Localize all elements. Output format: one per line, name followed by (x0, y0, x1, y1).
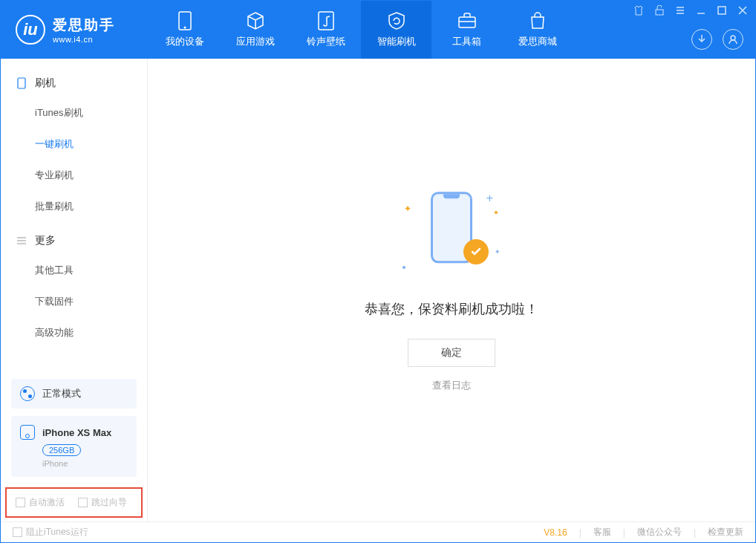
svg-rect-2 (319, 12, 333, 30)
success-illustration: ✦ ✦ + (407, 189, 496, 278)
cube-icon (246, 11, 265, 30)
tab-smart-flash[interactable]: 智能刷机 (361, 1, 431, 59)
sidebar-item-download-firmware[interactable]: 下载固件 (1, 286, 147, 317)
sidebar-item-batch-flash[interactable]: 批量刷机 (1, 191, 147, 222)
mode-label: 正常模式 (42, 387, 81, 400)
user-icon[interactable] (723, 29, 743, 50)
tab-toolbox[interactable]: 工具箱 (431, 1, 502, 59)
sidebar-group-flash: 刷机 iTunes刷机 一键刷机 专业刷机 批量刷机 (1, 69, 147, 222)
dot-icon (403, 266, 405, 269)
device-row: iPhone XS Max (20, 425, 128, 440)
device-box[interactable]: iPhone XS Max 256GB iPhone (11, 416, 137, 477)
footer-link-wechat[interactable]: 微信公众号 (637, 526, 682, 539)
divider: | (623, 527, 625, 538)
lock-icon[interactable] (654, 5, 665, 16)
checkbox-block-itunes[interactable]: 阻止iTunes运行 (13, 526, 88, 539)
logo-section: iu 爱思助手 www.i4.cn (1, 15, 149, 45)
mode-icon (20, 386, 35, 401)
sparkle-icon: ✦ (495, 248, 501, 256)
divider: | (694, 527, 696, 538)
sidebar: 刷机 iTunes刷机 一键刷机 专业刷机 批量刷机 更多 其他工具 下载固件 … (1, 59, 148, 522)
svg-rect-3 (459, 17, 475, 27)
sidebar-scroll: 刷机 iTunes刷机 一键刷机 专业刷机 批量刷机 更多 其他工具 下载固件 … (1, 59, 147, 379)
version-label: V8.16 (544, 527, 567, 538)
dot-icon (495, 211, 498, 214)
sidebar-item-pro-flash[interactable]: 专业刷机 (1, 160, 147, 191)
svg-point-6 (731, 36, 735, 40)
checkbox-label: 跳过向导 (91, 496, 127, 509)
refresh-shield-icon (387, 11, 406, 30)
logo-text: 爱思助手 www.i4.cn (53, 16, 115, 44)
shirt-icon[interactable] (633, 5, 644, 16)
group-header-more[interactable]: 更多 (1, 227, 147, 255)
group-label: 更多 (35, 234, 56, 247)
svg-rect-5 (718, 7, 726, 14)
tab-label: 铃声壁纸 (307, 35, 345, 48)
svg-rect-4 (656, 10, 663, 15)
device-storage-badge: 256GB (42, 444, 81, 456)
device-name: iPhone XS Max (42, 427, 111, 438)
maximize-icon[interactable] (717, 5, 727, 16)
menu-icon[interactable] (675, 5, 685, 16)
view-log-link[interactable]: 查看日志 (432, 379, 471, 392)
checkbox-skip-guide[interactable]: 跳过向导 (78, 496, 127, 509)
device-icon (175, 11, 195, 30)
device-panel: 正常模式 iPhone XS Max 256GB iPhone (1, 379, 147, 487)
app-title: 爱思助手 (53, 16, 115, 35)
checkbox-icon (78, 498, 88, 507)
footer-link-support[interactable]: 客服 (593, 526, 611, 539)
nav-tabs: 我的设备 应用游戏 铃声壁纸 智能刷机 工具箱 爱思商城 (149, 1, 573, 59)
success-message: 恭喜您，保资料刷机成功啦！ (365, 300, 538, 318)
divider: | (579, 527, 581, 538)
checkbox-icon (13, 527, 22, 537)
tab-label: 我的设备 (166, 35, 204, 48)
body: 刷机 iTunes刷机 一键刷机 专业刷机 批量刷机 更多 其他工具 下载固件 … (1, 59, 755, 522)
sidebar-item-other-tools[interactable]: 其他工具 (1, 255, 147, 286)
sidebar-group-more: 更多 其他工具 下载固件 高级功能 (1, 227, 147, 348)
tab-label: 爱思商城 (518, 35, 557, 48)
window-controls (633, 5, 748, 16)
footer-left: 阻止iTunes运行 (13, 526, 88, 539)
sparkle-icon: ✦ (404, 204, 411, 214)
tab-label: 智能刷机 (377, 35, 416, 48)
tab-ringtone-wallpaper[interactable]: 铃声壁纸 (290, 1, 361, 59)
app-header: iu 爱思助手 www.i4.cn 我的设备 应用游戏 铃声壁纸 智能刷机 工具… (1, 1, 755, 59)
tab-apps-games[interactable]: 应用游戏 (220, 1, 290, 59)
toolbox-icon (457, 11, 477, 30)
sidebar-item-oneclick-flash[interactable]: 一键刷机 (1, 129, 147, 160)
tab-label: 工具箱 (452, 35, 481, 48)
minimize-icon[interactable] (696, 5, 706, 16)
music-icon (316, 11, 336, 30)
download-icon[interactable] (691, 29, 712, 50)
phone-icon (16, 77, 27, 89)
plus-icon: + (486, 192, 493, 205)
group-header-flash[interactable]: 刷机 (1, 69, 147, 97)
checkbox-label: 阻止iTunes运行 (26, 526, 88, 539)
checkbox-auto-activate[interactable]: 自动激活 (16, 496, 65, 509)
footer: 阻止iTunes运行 V8.16 | 客服 | 微信公众号 | 检查更新 (1, 521, 755, 542)
device-icon (20, 425, 35, 440)
tab-label: 应用游戏 (236, 35, 275, 48)
app-logo-icon: iu (16, 15, 45, 45)
sidebar-item-advanced[interactable]: 高级功能 (1, 317, 147, 348)
svg-point-1 (183, 27, 186, 29)
main-content: ✦ ✦ + 恭喜您，保资料刷机成功啦！ 确定 查看日志 (148, 59, 755, 522)
app-subtitle: www.i4.cn (53, 35, 115, 44)
checkbox-label: 自动激活 (29, 496, 65, 509)
confirm-button[interactable]: 确定 (408, 339, 495, 367)
tab-store[interactable]: 爱思商城 (502, 1, 573, 59)
highlighted-checkbox-row: 自动激活 跳过向导 (5, 487, 143, 518)
sidebar-item-itunes-flash[interactable]: iTunes刷机 (1, 97, 147, 129)
close-icon[interactable] (737, 5, 748, 16)
checkbox-icon (16, 498, 25, 507)
header-right-icons (691, 29, 743, 50)
list-icon (16, 235, 27, 247)
group-label: 刷机 (35, 77, 56, 90)
tab-my-device[interactable]: 我的设备 (149, 1, 220, 59)
svg-rect-7 (18, 78, 25, 88)
device-type: iPhone (42, 459, 128, 468)
bag-icon (528, 11, 547, 30)
footer-link-update[interactable]: 检查更新 (708, 526, 743, 539)
mode-box[interactable]: 正常模式 (11, 379, 137, 409)
footer-right: V8.16 | 客服 | 微信公众号 | 检查更新 (544, 526, 743, 539)
